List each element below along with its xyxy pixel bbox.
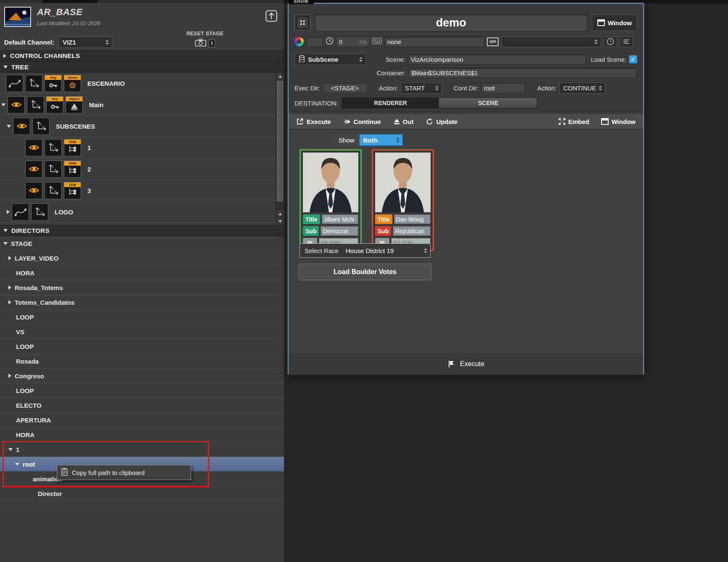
action2-select[interactable]: CONTINUE — [559, 82, 605, 94]
chevron-right-icon[interactable] — [8, 256, 11, 260]
out-button[interactable]: Out — [394, 118, 414, 125]
director-item-loop-1[interactable]: LOOP — [0, 310, 284, 325]
subscene-icon[interactable]: SUB — [64, 182, 81, 199]
tab-show[interactable]: SHOW — [289, 0, 314, 4]
project-thumbnail[interactable] — [4, 7, 31, 27]
sub-input[interactable] — [393, 226, 431, 236]
geometry-icon[interactable]: Geom⚙ — [64, 75, 81, 92]
section-directors[interactable]: DIRECTORS — [0, 225, 284, 236]
top-tab[interactable] — [42, 0, 97, 3]
axes-icon[interactable]: zx — [45, 139, 62, 156]
scrollbar-down-button[interactable] — [276, 217, 284, 225]
director-item-totems-candidatos[interactable]: Totems_Candidatos — [0, 295, 284, 310]
director-item-electo[interactable]: ELECTO — [0, 398, 284, 413]
scene-input[interactable] — [408, 54, 586, 65]
director-item-hora-2[interactable]: HORA — [0, 427, 284, 442]
execute-button[interactable]: Execute — [296, 118, 331, 125]
director-item-1[interactable]: 1 — [0, 442, 284, 457]
tree-item-subscene-1[interactable]: zx SUB 1 — [0, 137, 276, 158]
continue-button[interactable]: Continue — [344, 118, 381, 125]
animation-curve-icon[interactable] — [12, 203, 29, 221]
tree-item-subscene-2[interactable]: zx SUB 2 — [0, 158, 276, 180]
axes-icon[interactable]: zx — [45, 182, 62, 199]
chevron-down-icon[interactable] — [8, 448, 13, 451]
visibility-eye-icon[interactable] — [13, 118, 30, 135]
update-button[interactable]: Update — [426, 118, 457, 125]
window-button-top[interactable]: Window — [592, 14, 637, 31]
animation-curve-icon[interactable] — [6, 75, 23, 92]
visibility-eye-icon[interactable] — [25, 161, 42, 178]
director-item-congreso[interactable]: Congreso — [0, 369, 284, 383]
axes-icon[interactable]: zx — [25, 75, 42, 92]
director-item-apertura[interactable]: APERTURA — [0, 413, 284, 427]
shortcut-input[interactable] — [384, 37, 484, 47]
load-scene-checkbox[interactable] — [629, 55, 637, 63]
exec-dir-input[interactable] — [323, 83, 367, 93]
chevron-down-icon[interactable] — [15, 463, 19, 466]
delay-input[interactable]: 0 ms — [336, 37, 370, 47]
action-type-select[interactable]: SubScene — [294, 53, 366, 65]
cont-dir-input[interactable] — [481, 83, 526, 93]
show-filter-select[interactable]: Both — [359, 134, 403, 146]
title-input[interactable] — [394, 214, 431, 224]
color-value-input[interactable] — [306, 37, 323, 47]
gpi-button[interactable]: GPI — [487, 37, 499, 46]
visibility-eye-icon[interactable] — [25, 139, 42, 156]
key-icon[interactable]: Key — [46, 96, 63, 113]
embed-button[interactable]: Embed — [559, 118, 589, 125]
director-item-stage[interactable]: STAGE — [0, 236, 284, 251]
tree-item-main[interactable]: zx Key Object Main — [0, 94, 276, 116]
trigger-select[interactable] — [501, 37, 601, 47]
action-title-input[interactable] — [315, 14, 588, 32]
subscene-icon[interactable]: SUB — [64, 139, 81, 156]
director-item-rosada-totems[interactable]: Rosada_Totems — [0, 280, 284, 295]
stepper-arrows[interactable] — [358, 54, 364, 65]
tree-item-logo[interactable]: zx LOGO — [0, 201, 276, 223]
window-button-toolbar[interactable]: Window — [601, 118, 636, 125]
export-project-button[interactable] — [264, 8, 279, 24]
container-input[interactable] — [408, 68, 637, 78]
key-icon[interactable]: Key — [45, 75, 62, 92]
stepper-arrows[interactable] — [597, 83, 603, 93]
chevron-down-icon[interactable] — [7, 125, 11, 128]
stepper-arrows[interactable] — [434, 83, 440, 93]
subscene-icon[interactable]: SUB — [64, 161, 81, 178]
title-input[interactable] — [322, 214, 358, 224]
director-item-loop-2[interactable]: LOOP — [0, 339, 284, 354]
reset-stage-toggle[interactable]: I — [209, 40, 215, 47]
stepper-arrows[interactable] — [593, 37, 599, 47]
select-race-dropdown[interactable]: Select Race House District 19 — [300, 243, 431, 258]
color-palette-icon[interactable] — [294, 37, 304, 46]
chevron-down-icon[interactable] — [1, 103, 5, 106]
director-item-vs[interactable]: VS — [0, 325, 284, 339]
visibility-eye-icon[interactable] — [8, 96, 25, 113]
camera-icon[interactable] — [195, 39, 206, 48]
scrollbar-up-button[interactable] — [276, 73, 284, 80]
director-item-hora[interactable]: HORA — [0, 266, 284, 280]
execute-bottom-button[interactable]: Execute — [289, 353, 643, 375]
tree-scrollbar[interactable] — [276, 73, 284, 225]
object-icon[interactable]: Object — [66, 96, 83, 113]
copy-path-tooltip[interactable]: Copy full path to clipboard — [57, 465, 191, 480]
director-item-loop-3[interactable]: LOOP — [0, 383, 284, 398]
scrollbar-up-button-bottom[interactable] — [276, 210, 284, 217]
tree-item-subscenes[interactable]: zx SUBSCENES — [0, 116, 276, 137]
section-tree[interactable]: TREE — [0, 61, 284, 73]
tree-item-escenario[interactable]: zx Key Geom⚙ ESCENARIO — [0, 73, 276, 94]
stepper-arrows[interactable] — [395, 135, 401, 145]
visibility-eye-icon[interactable] — [25, 182, 42, 199]
console-button[interactable] — [620, 37, 633, 47]
layout-grid-button[interactable] — [294, 15, 310, 31]
chevron-right-icon[interactable] — [8, 300, 11, 304]
action-select[interactable]: START — [401, 82, 442, 94]
chevron-right-icon[interactable] — [8, 374, 11, 378]
director-item-rosada[interactable]: Rosada — [0, 354, 284, 369]
scrollbar-thumb[interactable] — [277, 81, 283, 201]
director-item-layer-video[interactable]: LAYER_VIDEO — [0, 251, 284, 266]
load-boulder-votes-button[interactable]: Load Boulder Votes — [299, 264, 431, 280]
director-item-director[interactable]: Director — [0, 486, 284, 501]
timer-button[interactable] — [604, 37, 617, 47]
axes-icon[interactable]: zx — [45, 161, 62, 178]
axes-icon[interactable]: zx — [31, 203, 48, 221]
destination-renderer-button[interactable]: RENDERER — [342, 98, 440, 108]
